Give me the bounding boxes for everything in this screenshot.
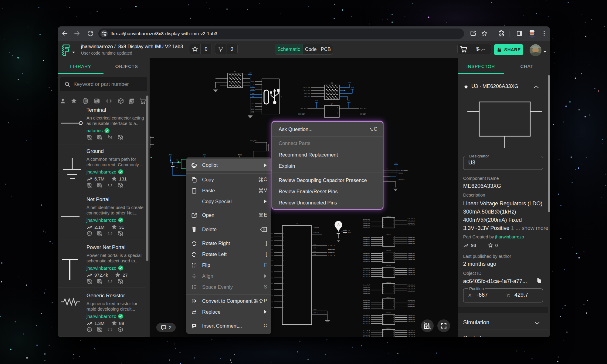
- svg-text:4: 4: [383, 259, 384, 260]
- svg-text:9: 9: [393, 315, 394, 316]
- svg-text:KathodeCol8: KathodeCol8: [408, 305, 415, 307]
- svg-text:+5V: +5V: [169, 153, 172, 155]
- svg-text:1: 1: [283, 237, 284, 238]
- svg-text:EN: EN: [271, 259, 273, 261]
- svg-text:KathodeCol2: KathodeCol2: [363, 222, 370, 224]
- svg-text:9: 9: [393, 330, 394, 332]
- svg-text:KathodeCol3: KathodeCol3: [363, 274, 370, 275]
- svg-text:KathodeCol1: KathodeCol1: [363, 302, 370, 303]
- svg-text:1: 1: [383, 315, 384, 316]
- svg-text:1: 1: [283, 271, 284, 273]
- svg-text:8: 8: [393, 302, 394, 303]
- svg-text:4: 4: [383, 336, 384, 337]
- svg-text:KathodeCol1: KathodeCol1: [363, 270, 370, 271]
- svg-text:SHLD: SHLD: [251, 109, 255, 110]
- svg-text:3: 3: [383, 319, 384, 321]
- svg-text:KathodeCol4: KathodeCol4: [363, 292, 370, 294]
- svg-text:3: 3: [383, 257, 384, 258]
- svg-text:1: 1: [326, 107, 326, 108]
- svg-text:2: 2: [383, 255, 384, 256]
- svg-text:74AC10: 74AC10: [386, 216, 391, 217]
- svg-text:Q1: Q1: [331, 103, 333, 105]
- svg-text:IMU_INT1: IMU_INT1: [250, 140, 257, 142]
- svg-text:1: 1: [383, 300, 384, 301]
- svg-text:9: 9: [393, 218, 394, 220]
- svg-text:1: 1: [283, 249, 284, 250]
- svg-text:KathodeCol8: KathodeCol8: [408, 336, 415, 337]
- svg-text:GND: GND: [251, 89, 255, 91]
- svg-text:74AC13: 74AC13: [386, 265, 391, 267]
- svg-text:7: 7: [393, 288, 394, 290]
- svg-text:8: 8: [393, 255, 394, 256]
- svg-text:KathodeCol7: KathodeCol7: [408, 288, 415, 290]
- svg-text:KathodeCol5: KathodeCol5: [408, 268, 415, 269]
- svg-text:SPI_CS: SPI_CS: [398, 172, 403, 174]
- svg-text:AnodeRow7: AnodeRow7: [363, 315, 370, 316]
- svg-text:TX: TX: [271, 277, 273, 279]
- svg-text:KathodeCol5: KathodeCol5: [408, 237, 415, 238]
- svg-text:IO27: IO27: [314, 251, 316, 252]
- svg-text:7: 7: [393, 304, 394, 305]
- svg-text:KathodeCol7: KathodeCol7: [408, 222, 415, 224]
- svg-text:KathodeCol5: KathodeCol5: [408, 315, 415, 316]
- svg-text:IMU_SCL: IMU_SCL: [304, 96, 310, 97]
- svg-text:KathodeCol7: KathodeCol7: [408, 241, 415, 242]
- svg-text:MCU_SCL: MCU_SCL: [360, 108, 367, 109]
- svg-text:2: 2: [383, 287, 384, 288]
- svg-text:KathodeCol4: KathodeCol4: [363, 226, 370, 228]
- svg-text:KathodeCol3: KathodeCol3: [363, 305, 370, 307]
- svg-text:KathodeCol2: KathodeCol2: [363, 304, 370, 305]
- svg-text:KathodeCol5: KathodeCol5: [408, 253, 415, 254]
- svg-text:MCU_SDA: MCU_SDA: [304, 87, 310, 88]
- svg-text:1: 1: [383, 268, 384, 269]
- svg-text:IO26: IO26: [314, 248, 316, 249]
- svg-text:1: 1: [283, 252, 284, 253]
- svg-text:+5V: +5V: [395, 162, 398, 164]
- svg-text:4: 4: [383, 225, 384, 226]
- svg-text:RX: RX: [271, 283, 273, 285]
- svg-text:74AC16: 74AC16: [386, 312, 391, 314]
- svg-text:KathodeCol5: KathodeCol5: [408, 330, 415, 332]
- svg-text:6 6: 6 6: [386, 180, 387, 181]
- svg-text:KathodeCol6: KathodeCol6: [408, 254, 415, 256]
- svg-text:SPI_COPI: SPI_COPI: [398, 178, 404, 180]
- svg-text:KathodeCol1: KathodeCol1: [363, 255, 370, 256]
- svg-text:KathodeCol6: KathodeCol6: [408, 286, 415, 288]
- svg-text:GND: GND: [314, 309, 316, 310]
- svg-text:KathodeCol4: KathodeCol4: [363, 308, 370, 309]
- svg-text:KathodeCol2: KathodeCol2: [363, 334, 370, 336]
- svg-text:AnodeRow4: AnodeRow4: [363, 268, 370, 269]
- svg-text:KathodeCol3: KathodeCol3: [363, 321, 370, 322]
- svg-text:5: 5: [383, 308, 384, 309]
- svg-text:1: 1: [283, 302, 284, 303]
- svg-text:KathodeCol1: KathodeCol1: [363, 239, 370, 240]
- svg-text:J2: J2: [280, 96, 282, 98]
- svg-text:1: 1: [283, 295, 284, 297]
- svg-text:1: 1: [383, 237, 384, 238]
- svg-text:KathodeCol2: KathodeCol2: [363, 257, 370, 258]
- svg-text:KathodeCol3: KathodeCol3: [363, 224, 370, 226]
- svg-text:KathodeCol8: KathodeCol8: [408, 321, 415, 322]
- svg-text:AnodeRow3: AnodeRow3: [363, 253, 370, 254]
- svg-text:3V3/PWR: 3V3/PWR: [314, 227, 319, 228]
- svg-text:AnodeRow6: AnodeRow6: [328, 248, 335, 250]
- svg-text:3: 3: [383, 335, 384, 336]
- svg-text:D-: D-: [253, 84, 254, 85]
- svg-text:6: 6: [393, 243, 394, 244]
- svg-text:8: 8: [393, 317, 394, 318]
- svg-text:5: 5: [383, 323, 384, 325]
- svg-text:KathodeCol4: KathodeCol4: [363, 245, 370, 246]
- svg-text:1: 1: [283, 233, 284, 234]
- svg-text:3: 3: [383, 223, 384, 224]
- svg-text:KathodeCol8: KathodeCol8: [408, 243, 415, 244]
- svg-text:9: 9: [393, 253, 394, 254]
- svg-text:3: 3: [383, 304, 384, 305]
- svg-text:KathodeCol6: KathodeCol6: [408, 317, 415, 318]
- svg-text:KathodeCol1: KathodeCol1: [363, 220, 370, 222]
- svg-text:5: 5: [383, 261, 384, 262]
- svg-text:2: 2: [383, 270, 384, 271]
- svg-text:4: 4: [383, 291, 384, 292]
- svg-text:1: 1: [283, 289, 284, 291]
- svg-text:7: 7: [393, 319, 394, 320]
- svg-text:3: 3: [383, 289, 384, 290]
